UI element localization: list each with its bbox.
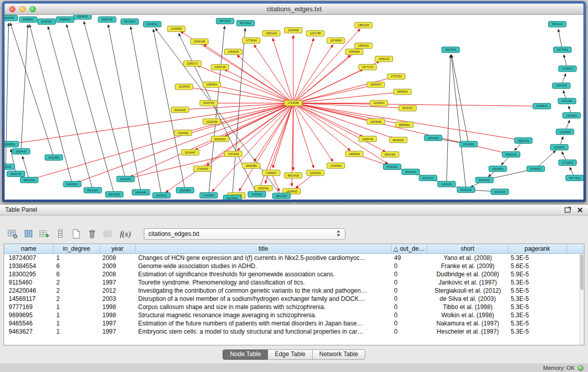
graph-node[interactable]: 1529442: [402, 169, 420, 174]
graph-node[interactable]: 2035718: [211, 64, 229, 70]
graph-node[interactable]: 1515411: [399, 105, 417, 111]
graph-node[interactable]: 8677412: [566, 175, 583, 181]
graph-edge-black[interactable]: [48, 27, 93, 190]
tab-node-table[interactable]: Node Table: [223, 349, 268, 360]
graph-node[interactable]: 9501420: [285, 172, 302, 178]
table-row[interactable]: 969969511998Structural magnetic resonanc…: [4, 311, 579, 319]
graph-node[interactable]: 2036052: [38, 19, 56, 25]
graph-node[interactable]: 1514549: [367, 119, 385, 124]
graph-node[interactable]: 9190542: [5, 164, 14, 169]
graph-node[interactable]: 1757514: [387, 74, 405, 79]
graph-node[interactable]: 1895794: [359, 136, 377, 142]
graph-node[interactable]: 1854932: [345, 151, 363, 157]
column-header-1[interactable]: in_degree: [54, 244, 100, 253]
graph-node[interactable]: 1246312: [153, 192, 170, 198]
column-header-0[interactable]: name: [4, 244, 54, 253]
graph-edge-red[interactable]: [273, 103, 293, 168]
graph-node[interactable]: 1720464: [327, 163, 345, 168]
close-panel-button[interactable]: [577, 207, 583, 213]
graph-node[interactable]: 1775418: [242, 38, 260, 43]
table-scrollbar[interactable]: [579, 254, 584, 345]
new-document-icon[interactable]: [70, 228, 82, 240]
graph-node[interactable]: 1204022: [563, 113, 581, 118]
graph-node[interactable]: 1415322: [559, 66, 577, 72]
graph-node[interactable]: 1391642: [224, 49, 242, 55]
graph-node[interactable]: 8549532: [389, 137, 407, 143]
graph-node[interactable]: 1523004: [489, 166, 507, 171]
graph-node[interactable]: 1485083: [345, 49, 363, 55]
graph-node[interactable]: 9581233: [514, 138, 532, 143]
graph-node[interactable]: 1669040: [5, 15, 17, 21]
graph-node[interactable]: 9812233: [273, 193, 291, 199]
graph-edge-red[interactable]: [293, 103, 363, 137]
graph-node[interactable]: 1205171: [183, 61, 201, 67]
table-row[interactable]: 946362711997Embryonic stem cells: a mode…: [4, 327, 579, 336]
graph-edge-red[interactable]: [188, 103, 293, 131]
table-row[interactable]: 977716911998Corpus callosum shape and si…: [4, 303, 579, 311]
graph-node[interactable]: 1680191: [355, 43, 373, 49]
graph-node[interactable]: 1523581: [176, 187, 194, 193]
graph-node[interactable]: 8670344: [121, 19, 139, 25]
graph-node[interactable]: 1245031: [74, 15, 92, 19]
function-builder-button[interactable]: f(x): [118, 228, 133, 240]
graph-edge-red[interactable]: [216, 103, 293, 120]
graph-node[interactable]: 9996551: [396, 122, 413, 127]
rows-icon[interactable]: [54, 228, 67, 240]
graph-edge-red[interactable]: [204, 45, 293, 103]
graph-node[interactable]: 1631629: [307, 170, 324, 176]
table-source-dropdown[interactable]: citations_edges.txt: [144, 228, 345, 240]
graph-edge-red[interactable]: [293, 103, 314, 168]
graph-node[interactable]: 9572302: [236, 20, 254, 26]
graph-node[interactable]: 1529433: [12, 148, 30, 154]
graph-node[interactable]: 1210614: [370, 100, 388, 106]
graph-node[interactable]: 8670355: [105, 191, 123, 197]
graph-node[interactable]: 1630491: [255, 185, 273, 191]
graph-node[interactable]: 1724096: [285, 100, 302, 106]
graph-edge-black[interactable]: [451, 55, 466, 190]
column-header-4[interactable]: △ out_de…: [391, 244, 427, 253]
graph-edge-red[interactable]: [293, 38, 314, 103]
graph-node[interactable]: 1218426: [175, 84, 193, 90]
column-header-6[interactable]: pagerank: [508, 244, 567, 253]
graph-node[interactable]: 9486821: [19, 17, 37, 23]
graph-node[interactable]: 9791933: [460, 141, 477, 147]
graph-node[interactable]: 8573031: [216, 18, 234, 24]
graph-node[interactable]: 1577174: [359, 64, 377, 70]
graph-node[interactable]: 1024726: [200, 100, 217, 106]
graph-node[interactable]: 1523422: [424, 135, 442, 141]
graph-node[interactable]: 7198907: [263, 170, 280, 176]
trash-icon[interactable]: [86, 228, 98, 240]
graph-node[interactable]: 1850831: [394, 89, 411, 95]
graph-node[interactable]: 9455742: [98, 17, 116, 23]
minimize-window-button[interactable]: [19, 6, 26, 12]
column-header-5[interactable]: short: [427, 244, 508, 253]
graph-node[interactable]: 9931301: [381, 151, 399, 157]
graph-node[interactable]: 9433212: [419, 175, 437, 181]
close-window-button[interactable]: [9, 6, 15, 12]
table-row[interactable]: 1830029562008Estimation of significance …: [4, 270, 579, 278]
graph-node[interactable]: 1630495: [242, 163, 260, 168]
graph-node[interactable]: 1210643: [556, 129, 574, 135]
graph-node[interactable]: 9450912: [63, 181, 81, 187]
graph-node[interactable]: 1151038: [203, 119, 221, 124]
graph-node[interactable]: 9252302: [211, 136, 229, 142]
graph-edge-red[interactable]: [293, 103, 351, 150]
table-row[interactable]: 1872400712008Changes of HCN gene express…: [4, 254, 579, 262]
table-row[interactable]: 911546021997Tourette syndrome. Phenomeno…: [4, 278, 579, 287]
table-row[interactable]: 1938455462009Genome-wide association stu…: [4, 262, 579, 270]
graph-node[interactable]: 1763453: [200, 192, 217, 198]
graph-node[interactable]: 1206533: [551, 144, 569, 150]
tab-edge-table[interactable]: Edge Table: [268, 349, 313, 360]
graph-node[interactable]: 1226006: [167, 26, 185, 32]
graph-edge-red[interactable]: [293, 103, 333, 161]
graph-node[interactable]: 9405732: [7, 171, 25, 177]
graph-node[interactable]: 1125408: [285, 28, 302, 33]
graph-edge-black[interactable]: [130, 27, 161, 195]
graph-edge-red[interactable]: [212, 103, 293, 191]
graph-node[interactable]: 1881304: [355, 23, 373, 28]
float-panel-button[interactable]: [564, 207, 571, 213]
graph-node[interactable]: 9791912: [383, 164, 401, 169]
graph-node[interactable]: 9402442: [132, 189, 150, 195]
table-row[interactable]: 2242004622012Investigating the contribut…: [4, 287, 579, 295]
graph-edge-black[interactable]: [447, 55, 451, 184]
